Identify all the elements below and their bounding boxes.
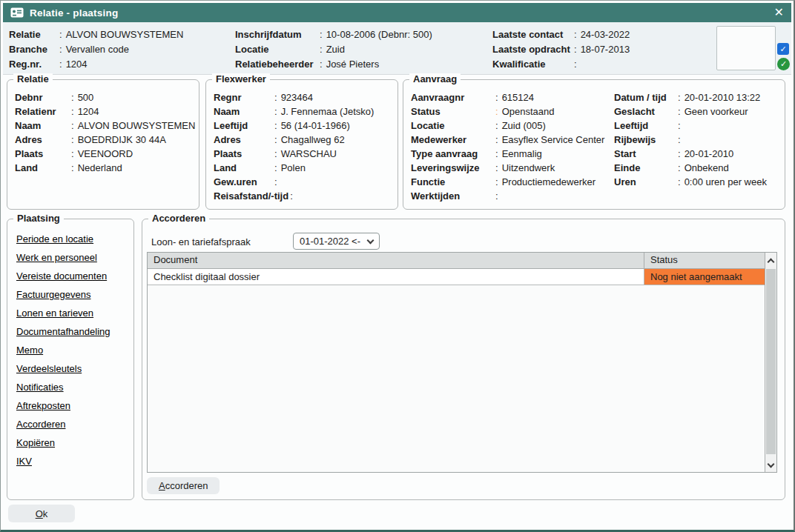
field-value: 1204 [66, 57, 88, 72]
colon [495, 90, 498, 104]
plaatsing-nav: Periode en locatie Werk en personeel Ver… [7, 219, 133, 467]
button-accel: O [36, 508, 43, 519]
field-value: Productiemedewerker [502, 175, 596, 189]
field-label: Kwalificatie [492, 57, 573, 72]
loon-tariefafspraak-select[interactable]: 01-01-2022 <- [293, 233, 380, 250]
scrollbar-thumb[interactable] [766, 269, 776, 454]
header-field: LocatieZuid [235, 42, 432, 57]
field-value: Vervallen code [66, 42, 129, 57]
vertical-scrollbar[interactable] [765, 253, 776, 472]
colon [678, 161, 681, 175]
header-field: RelatieALVON BOUWSYSTEMEN [9, 27, 183, 42]
colon [274, 119, 277, 133]
colon [71, 104, 74, 119]
nav-link-notificaties[interactable]: Notificaties [16, 382, 133, 393]
detail-row: LeveringswijzeUitzendwerk [411, 161, 604, 175]
field-label: Rijbewijs [614, 133, 676, 147]
detail-row: LandPolen [214, 161, 390, 175]
field-label: Laatste contact [492, 27, 573, 42]
field-value: 10-08-2006 (Debnr: 500) [326, 27, 432, 42]
nav-link-vereiste-documenten[interactable]: Vereiste documenten [16, 271, 133, 282]
table-row[interactable]: Checklist digitaal dossier Nog niet aang… [148, 269, 776, 285]
field-label: Adres [214, 133, 273, 147]
field-label: Regnr [214, 90, 273, 104]
colon [274, 161, 277, 175]
confirmed-checkbox[interactable]: ✓ [777, 43, 789, 55]
header-column-2: Inschrijfdatum10-08-2006 (Debnr: 500) Lo… [235, 27, 432, 72]
status-ok-icon[interactable]: ✓ [777, 58, 790, 70]
colon [678, 133, 681, 147]
colon [59, 42, 62, 57]
nav-link-periode-en-locatie[interactable]: Periode en locatie [16, 234, 133, 245]
field-label: Relatiebeheerder [235, 57, 318, 72]
nav-link-factuurgegevens[interactable]: Factuurgegevens [16, 290, 133, 300]
field-label: Start [614, 147, 676, 161]
colon [495, 175, 498, 189]
field-value: 20-01-2010 13:22 [685, 90, 761, 104]
nav-link-accorderen[interactable]: Accorderen [16, 419, 133, 430]
colon [495, 147, 498, 161]
colon [274, 147, 277, 161]
field-label: Locatie [235, 42, 318, 57]
field-value: Zuid [326, 42, 345, 57]
colon [678, 119, 681, 133]
field-value: 24-03-2022 [581, 27, 630, 42]
field-label: Leveringswijze [411, 161, 494, 175]
nav-link-kopieren[interactable]: Kopiëren [16, 438, 133, 448]
flexwerker-panel: Flexwerker Regnr923464 NaamJ. Fennemaa (… [205, 79, 398, 210]
colon [495, 104, 498, 119]
colon [678, 175, 681, 189]
scroll-down-icon[interactable] [768, 461, 775, 468]
nav-link-lonen-en-tarieven[interactable]: Lonen en tarieven [16, 308, 133, 319]
button-label: k [43, 508, 48, 519]
nav-link-aftrekposten[interactable]: Aftrekposten [16, 401, 133, 411]
field-value: WARSCHAU [281, 147, 337, 161]
title-bar[interactable]: Relatie - plaatsing ✕ [3, 3, 791, 22]
colon [71, 90, 74, 104]
field-value: Zuid (005) [502, 119, 546, 133]
colon [71, 133, 74, 147]
field-label: Geslacht [614, 104, 676, 119]
field-label: Functie [411, 175, 494, 189]
field-value: Eenmalig [502, 147, 542, 161]
detail-row: EindeOnbekend [614, 161, 767, 175]
header-field: BrancheVervallen code [9, 42, 183, 57]
detail-row: Rijbewijs [614, 133, 767, 147]
field-label: Plaats [15, 147, 70, 161]
loon-tariefafspraak-label: Loon- en tariefafspraak [151, 236, 251, 247]
close-icon[interactable]: ✕ [774, 7, 784, 19]
nav-link-documentafhandeling[interactable]: Documentafhandeling [16, 327, 133, 337]
detail-row: NaamALVON BOUWSYSTEMEN [15, 119, 191, 133]
column-header-document[interactable]: Document [148, 253, 644, 268]
field-label: Status [411, 104, 494, 119]
column-header-status[interactable]: Status [644, 253, 765, 268]
document-table: Document Status Checklist digitaal dossi… [147, 252, 777, 473]
detail-row: MedewerkerEasyflex Service Center [411, 133, 604, 147]
field-label: Branche [9, 42, 58, 57]
detail-row: Regnr923464 [214, 90, 390, 104]
nav-link-verdeelsleutels[interactable]: Verdeelsleutels [16, 364, 133, 374]
colon [274, 90, 277, 104]
colon [495, 189, 498, 203]
accorderen-button[interactable]: Accorderen [147, 477, 220, 494]
photo-placeholder [716, 26, 776, 70]
nav-link-memo[interactable]: Memo [16, 345, 133, 356]
header-column-3: Laatste contact24-03-2022 Laatste opdrac… [492, 27, 630, 72]
detail-row: Datum / tijd20-01-2010 13:22 [614, 90, 767, 104]
detail-row: Uren0:00 uren per week [614, 175, 767, 189]
header-field: Inschrijfdatum10-08-2006 (Debnr: 500) [235, 27, 432, 42]
relatie-panel: Relatie Debnr500 Relatienr1204 NaamALVON… [7, 79, 199, 210]
detail-row: NaamJ. Fennemaa (Jetsko) [214, 104, 390, 119]
panel-legend: Relatie [13, 73, 53, 84]
field-label: Relatie [9, 27, 58, 42]
colon [59, 57, 62, 72]
aanvraag-panel: Aanvraag Aanvraagnr615124 StatusOpenstaa… [403, 79, 785, 210]
field-value: 923464 [281, 90, 313, 104]
relatie-plaatsing-window: Relatie - plaatsing ✕ RelatieALVON BOUWS… [0, 0, 795, 532]
colon [495, 119, 498, 133]
field-label: Gew.uren [214, 175, 273, 189]
scroll-up-icon[interactable] [768, 259, 775, 266]
nav-link-ikv[interactable]: IKV [16, 456, 133, 467]
nav-link-werk-en-personeel[interactable]: Werk en personeel [16, 253, 133, 263]
ok-button[interactable]: Ok [8, 505, 75, 522]
